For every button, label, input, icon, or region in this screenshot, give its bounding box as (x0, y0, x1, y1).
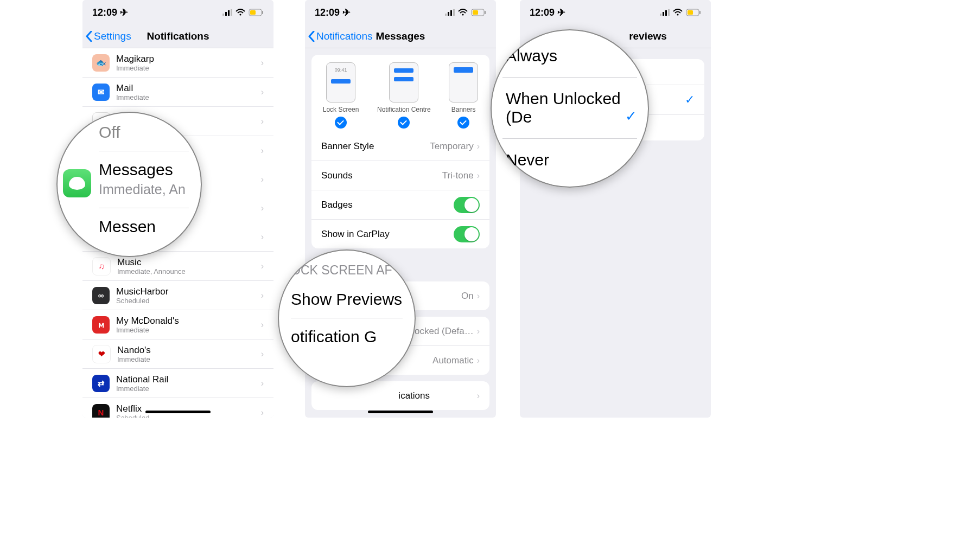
checkmark-icon[interactable] (398, 117, 410, 129)
cellular-icon (445, 9, 455, 16)
chevron-right-icon: › (477, 356, 480, 366)
lens-option-when-unlocked: When Unlocked (De (502, 78, 637, 139)
wifi-icon (236, 9, 245, 16)
magnifier-show-previews: OCK SCREEN AF Show Previews otification … (278, 249, 416, 387)
lens-next-row: otification G (291, 327, 403, 347)
chevron-right-icon: › (261, 379, 264, 388)
battery-icon (249, 9, 264, 16)
status-bar: 12:09 ✈︎ (82, 0, 273, 25)
wifi-icon (673, 9, 683, 16)
back-label: Settings (94, 30, 131, 42)
lens-show-previews-label: Show Previews (291, 290, 403, 309)
row-value: On (461, 291, 474, 302)
chevron-right-icon: › (261, 232, 264, 242)
chevron-left-icon (86, 31, 92, 42)
svg-rect-7 (262, 11, 263, 14)
svg-rect-2 (228, 10, 230, 16)
list-item[interactable]: ⇄ National RailImmediate › (82, 369, 273, 398)
battery-icon (471, 9, 486, 16)
status-time: 12:09 (92, 7, 117, 18)
list-item[interactable]: ♫ MusicImmediate, Announce › (82, 252, 273, 281)
svg-rect-22 (688, 10, 693, 15)
row-badges[interactable]: Badges (311, 190, 489, 220)
row-sounds[interactable]: Sounds Tri-tone › (311, 161, 489, 190)
app-name: MusicHarbor (116, 286, 261, 297)
chevron-right-icon: › (261, 408, 264, 418)
chevron-right-icon: › (261, 261, 264, 271)
list-item[interactable]: ✉︎ MailImmediate › (82, 78, 273, 107)
list-item[interactable]: ∞ MusicHarborScheduled › (82, 281, 273, 310)
location-arrow-icon: ✈︎ (120, 7, 128, 18)
chevron-right-icon: › (261, 320, 264, 330)
svg-rect-1 (225, 12, 227, 16)
list-item[interactable]: N NetflixScheduled › (82, 398, 273, 418)
checkmark-icon[interactable] (335, 117, 347, 129)
checkmark-icon[interactable] (457, 117, 469, 129)
magnifier-messages-row: Off Messages Immediate, An Messen (56, 112, 202, 257)
chevron-right-icon: › (477, 142, 480, 151)
alert-notification-centre[interactable]: Notification Centre (377, 62, 431, 129)
svg-rect-14 (473, 10, 478, 15)
svg-rect-23 (699, 11, 701, 14)
cellular-icon (660, 9, 670, 16)
status-indicators (445, 9, 486, 16)
svg-point-4 (239, 14, 241, 15)
lens-app-name: Messages (99, 160, 189, 180)
magnifier-preview-options: Always When Unlocked (De Never (491, 29, 649, 188)
app-sub: Immediate (116, 93, 261, 101)
cellular-icon (222, 9, 232, 16)
back-button[interactable]: Settings (82, 30, 131, 42)
list-item[interactable]: ᴍ My McDonald'sImmediate › (82, 310, 273, 339)
svg-rect-16 (660, 14, 661, 16)
home-indicator[interactable] (368, 411, 433, 413)
status-bar: 12:09 ✈︎ (520, 0, 711, 25)
app-sub: Immediate (116, 326, 261, 334)
chevron-right-icon: › (477, 291, 480, 301)
app-name: Nando's (117, 345, 261, 355)
status-time: 12:09 (530, 7, 555, 18)
row-label: Badges (321, 200, 353, 210)
svg-rect-10 (450, 10, 452, 16)
chevron-right-icon: › (477, 326, 480, 336)
app-sub: Immediate (116, 64, 261, 72)
home-indicator[interactable] (145, 411, 211, 413)
row-value: Tri-tone (442, 170, 474, 181)
row-value: Temporary (430, 141, 473, 152)
app-sub: Scheduled (116, 414, 261, 418)
status-indicators (222, 9, 264, 16)
app-icon: ❤ (92, 345, 111, 363)
alert-label: Lock Screen (323, 106, 359, 113)
centre-preview-icon (389, 62, 418, 102)
toggle-on-icon[interactable] (454, 197, 480, 213)
chevron-right-icon: › (261, 349, 264, 359)
list-item[interactable]: ❤ Nando'sImmediate › (82, 339, 273, 369)
app-icon: ∞ (92, 287, 110, 304)
app-name: Mail (116, 83, 261, 93)
chevron-right-icon: › (261, 291, 264, 300)
row-carplay[interactable]: Show in CarPlay (311, 220, 489, 248)
app-sub: Immediate (117, 355, 261, 363)
app-sub: Immediate (116, 385, 261, 393)
row-label: Banner Style (321, 141, 374, 151)
svg-rect-6 (250, 10, 256, 15)
back-button[interactable]: Notifications (305, 30, 373, 42)
battery-icon (686, 9, 701, 16)
app-name: Magikarp (116, 54, 261, 64)
checkmark-icon: ✓ (685, 93, 695, 107)
nav-bar: Settings Notifications (82, 25, 273, 48)
chevron-right-icon: › (261, 117, 264, 126)
status-indicators (660, 9, 701, 16)
chevron-right-icon: › (261, 58, 264, 68)
alert-lockscreen[interactable]: Lock Screen (323, 62, 359, 129)
app-icon: 🐟 (92, 54, 110, 72)
alert-banners[interactable]: Banners (449, 62, 478, 129)
row-value: Automatic (432, 355, 474, 366)
svg-point-12 (462, 14, 463, 15)
chevron-right-icon: › (477, 171, 480, 181)
row-banner-style[interactable]: Banner Style Temporary › (311, 132, 489, 161)
app-name: Music (117, 257, 261, 267)
list-item[interactable]: 🐟 MagikarpImmediate › (82, 48, 273, 78)
toggle-on-icon[interactable] (454, 226, 480, 242)
alert-label: Banners (451, 106, 476, 113)
app-name: My McDonald's (116, 316, 261, 326)
